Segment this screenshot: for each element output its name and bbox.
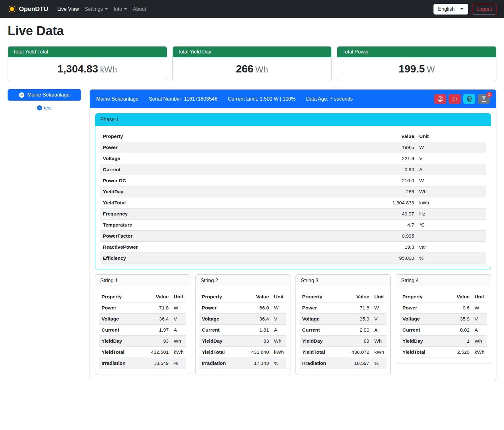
string-3-table: Property Value Unit Power (300, 291, 387, 369)
col-header-property: Property (199, 291, 246, 302)
table-row: Voltage 35.9 V (300, 314, 387, 325)
table-row: YieldDay 1 Wh (400, 336, 487, 347)
row-property: YieldTotal (99, 347, 146, 358)
row-value: 0.02 (447, 325, 472, 336)
logout-button[interactable]: Logout (472, 4, 496, 15)
row-value: 4.7 (372, 220, 417, 231)
row-value: 89 (346, 336, 372, 347)
row-unit: A (271, 325, 286, 336)
nav-live-view[interactable]: Live View (54, 4, 82, 15)
language-select[interactable]: English (433, 4, 468, 15)
device-info-button[interactable] (463, 94, 475, 104)
card-total-yield-day-title: Total Yield Day (173, 47, 332, 57)
row-unit: % (372, 358, 387, 369)
string-2-body: Property Value Unit Power (196, 287, 290, 375)
inverter-panel-body: Phase 1 Property Value Unit (90, 108, 496, 380)
row-property: Voltage (199, 314, 246, 325)
string-4-body: Property Value Unit Power (396, 287, 491, 364)
col-header-property: Property (99, 291, 146, 302)
card-total-yield-day-body: 266Wh (173, 57, 332, 81)
card-total-yield-total-title: Total Yield Total (8, 47, 167, 57)
row-value: 1.81 (246, 325, 271, 336)
row-unit: Wh (372, 336, 387, 347)
row-value: 0.6 (447, 302, 472, 314)
row-unit: A (472, 325, 487, 336)
brand[interactable]: OpenDTU (8, 5, 48, 13)
row-unit: kWh (171, 347, 186, 358)
sidebar-item-test[interactable]: test (8, 105, 81, 110)
page-container: Live Data Total Yield Total 1,304.83kWh … (0, 18, 504, 388)
row-unit: V (372, 314, 387, 325)
row-property: YieldDay (99, 336, 146, 347)
row-property: Irradiation (199, 358, 246, 369)
row-unit: W (372, 302, 387, 314)
col-header-property: Property (100, 131, 372, 142)
sidebar-item-test-label: test (44, 105, 52, 110)
card-total-power: Total Power 199.5W (337, 46, 496, 81)
sidebar-item-inverter[interactable]: Meine Solaranlage (8, 89, 81, 101)
row-property: YieldTotal (199, 347, 246, 358)
page-title: Live Data (8, 24, 496, 38)
row-property: Voltage (300, 314, 346, 325)
col-header-value: Value (447, 291, 472, 302)
row-value: 36.4 (246, 314, 271, 325)
inverter-name: Meine Solaranlage (96, 96, 138, 102)
total-power-unit: W (427, 65, 435, 74)
row-unit: W (417, 175, 486, 186)
row-unit: W (271, 302, 286, 314)
event-count-badge: 2 (486, 91, 492, 97)
table-row: Current 1.97 A (99, 325, 186, 336)
card-total-yield-total-body: 1,304.83kWh (8, 57, 167, 81)
row-unit: var (417, 242, 486, 253)
brand-label: OpenDTU (19, 5, 48, 13)
col-header-value: Value (146, 291, 171, 302)
event-log-button[interactable]: 2 (478, 94, 490, 104)
table-row: Power 199.5 W (100, 142, 486, 153)
row-property: YieldDay (199, 336, 246, 347)
nav-settings[interactable]: Settings (82, 4, 111, 15)
row-property: Power (300, 302, 346, 314)
string-4-card: String 4 Property Value Unit (396, 274, 491, 364)
row-value: 83 (246, 336, 271, 347)
table-row: YieldTotal 432.601 kWh (99, 347, 186, 358)
limit-settings-button[interactable] (434, 94, 446, 104)
nav-live-view-label: Live View (57, 6, 79, 12)
table-row: YieldTotal 431.640 kWh (199, 347, 286, 358)
row-value: 438.072 (346, 347, 372, 358)
table-row: ReactivePower 19.3 var (100, 242, 486, 253)
sidebar: Meine Solaranlage test (8, 89, 81, 110)
journal-icon (481, 96, 487, 102)
row-value: 0.995 (372, 231, 417, 242)
row-value: 18.649 (146, 358, 171, 369)
row-property: YieldTotal (300, 347, 346, 358)
nav-info[interactable]: Info (111, 4, 130, 15)
col-header-unit: Unit (271, 291, 286, 302)
chevron-down-icon (124, 8, 127, 10)
row-value: 71.6 (346, 302, 372, 314)
row-unit: kWh (417, 197, 486, 209)
card-total-yield-total: Total Yield Total 1,304.83kWh (8, 46, 167, 81)
nav-about[interactable]: About (130, 4, 149, 15)
row-value: 35.9 (447, 314, 472, 325)
row-property: YieldDay (100, 186, 372, 197)
nav-about-label: About (133, 6, 146, 12)
row-property: PowerFactor (100, 231, 372, 242)
row-unit: W (472, 302, 487, 314)
table-row: Current 0.90 A (100, 164, 486, 175)
power-button[interactable] (449, 94, 461, 104)
table-header-row: Property Value Unit (199, 291, 286, 302)
table-row: Irradiation 18.649 % (99, 358, 186, 369)
row-unit (417, 231, 486, 242)
phase-card-title: Phase 1 (95, 114, 491, 126)
row-value: 49.97 (372, 209, 417, 220)
row-value: 199.5 (372, 142, 417, 153)
table-header-row: Property Value Unit (99, 291, 186, 302)
table-row: Current 0.02 A (400, 325, 487, 336)
nav-info-label: Info (114, 6, 122, 12)
summary-cards: Total Yield Total 1,304.83kWh Total Yiel… (8, 46, 496, 81)
strings-grid: String 1 Property Value Unit (95, 274, 491, 375)
row-value: 17.143 (246, 358, 271, 369)
power-icon (452, 96, 457, 102)
table-row: PowerFactor 0.995 (100, 231, 486, 242)
row-value: 1,304.833 (372, 197, 417, 209)
